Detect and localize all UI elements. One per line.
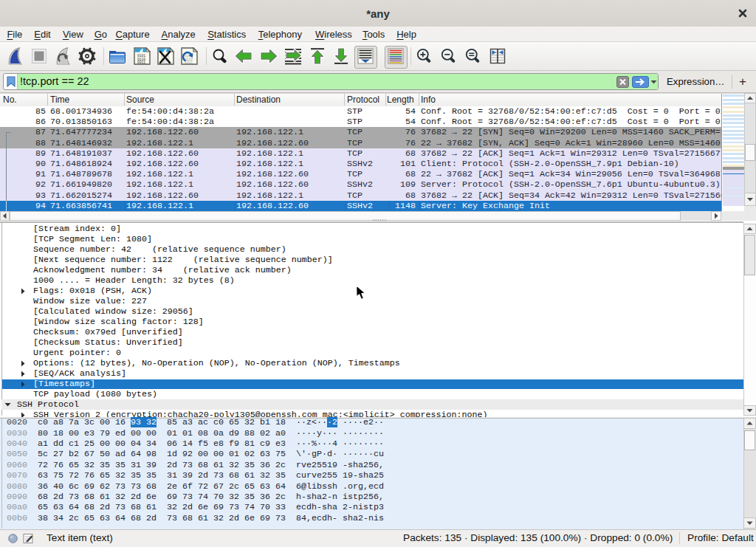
svg-text:0011: 0011 xyxy=(185,61,193,64)
svg-text:0011: 0011 xyxy=(137,61,145,64)
